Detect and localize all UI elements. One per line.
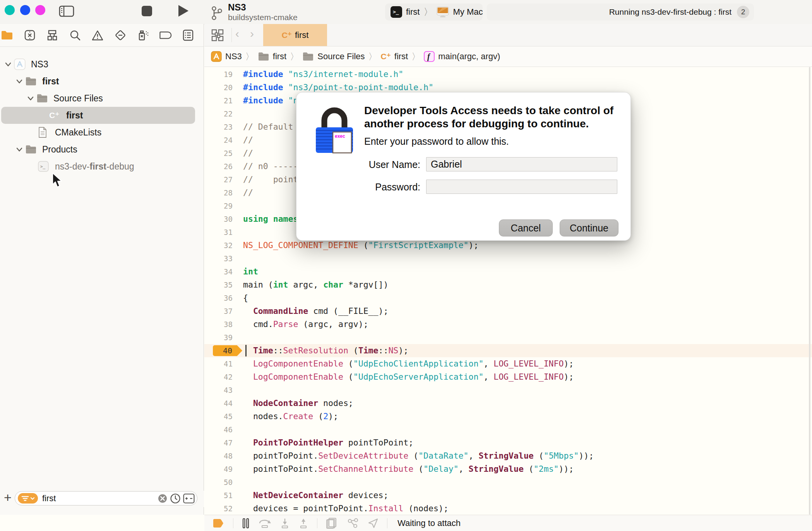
breakpoint-badge[interactable]: 40	[213, 345, 242, 356]
related-items-icon[interactable]	[211, 29, 224, 42]
line-number[interactable]: 47	[204, 436, 233, 449]
code-line-52[interactable]: 52 devices = pointToPoint.Install (nodes…	[204, 502, 812, 515]
code-line-39[interactable]: 39	[204, 331, 812, 344]
sidebar-item-ns3-dev-first-debug[interactable]: >_ns3-dev-first-debug	[0, 158, 204, 175]
breadcrumb-item[interactable]: Source Files	[317, 51, 365, 62]
line-number[interactable]: 19	[204, 68, 233, 81]
code-line-37[interactable]: 37 CommandLine cmd (__FILE__);	[204, 305, 812, 318]
line-number[interactable]: 28	[204, 186, 233, 199]
line-number[interactable]: 21	[204, 94, 233, 107]
code-line-38[interactable]: 38 cmd.Parse (argc, argv);	[204, 318, 812, 331]
code-line-51[interactable]: 51 NetDeviceContainer devices;	[204, 489, 812, 502]
forward-chevron-icon[interactable]: ›	[250, 27, 254, 40]
breakpoint-tag-icon[interactable]	[159, 29, 172, 41]
chevron-down-icon[interactable]	[15, 141, 24, 158]
hierarchy-icon[interactable]	[46, 29, 58, 41]
step-out-icon[interactable]	[298, 518, 308, 529]
line-number[interactable]: 23	[204, 120, 233, 134]
line-number[interactable]: 32	[204, 239, 233, 252]
debug-gauge-icon[interactable]	[137, 29, 149, 41]
step-into-icon[interactable]	[280, 518, 290, 529]
line-number[interactable]: 30	[204, 212, 233, 226]
line-number[interactable]: 29	[204, 199, 233, 212]
test-icon[interactable]	[114, 29, 127, 41]
step-over-icon[interactable]	[258, 518, 271, 529]
line-number[interactable]: 31	[204, 226, 233, 239]
line-number[interactable]: 46	[204, 423, 233, 436]
recent-files-clock-icon[interactable]	[170, 493, 181, 504]
line-number[interactable]: 52	[204, 502, 233, 515]
breadcrumb-item[interactable]: first	[394, 51, 408, 62]
line-number[interactable]: 22	[204, 107, 233, 120]
code-line-41[interactable]: 41 LogComponentEnable ("UdpEchoClientApp…	[204, 357, 812, 370]
sidebar-toggle-icon[interactable]	[59, 5, 74, 17]
line-number[interactable]: 39	[204, 331, 233, 344]
chevron-down-icon[interactable]	[15, 73, 24, 90]
window-zoom-button[interactable]	[35, 5, 45, 15]
add-button[interactable]: +	[4, 490, 12, 505]
code-line-40[interactable]: 40 Time::SetResolution (Time::NS);	[204, 344, 812, 357]
filter-input-value[interactable]: first	[42, 493, 158, 504]
code-line-32[interactable]: 32NS_LOG_COMPONENT_DEFINE ("FirstScriptE…	[204, 239, 812, 252]
code-line-46[interactable]: 46	[204, 423, 812, 436]
code-line-45[interactable]: 45 nodes.Create (2);	[204, 410, 812, 423]
tab-first[interactable]: C⁺ first	[263, 24, 327, 46]
line-number[interactable]: 26	[204, 160, 233, 173]
cancel-button[interactable]: Cancel	[499, 219, 553, 236]
editor-scrollbar[interactable]	[809, 67, 810, 515]
window-minimize-button[interactable]	[20, 5, 30, 15]
search-icon[interactable]	[69, 29, 81, 41]
line-number[interactable]: 45	[204, 410, 233, 423]
line-number[interactable]: 36	[204, 291, 233, 305]
back-chevron-icon[interactable]: ‹	[235, 27, 239, 40]
source-control-status-icon[interactable]	[183, 493, 195, 504]
chevron-down-icon[interactable]	[4, 56, 12, 73]
password-field[interactable]	[426, 180, 617, 194]
breakpoints-toggle-icon[interactable]	[213, 518, 224, 528]
scheme-selector[interactable]: >_ first 〉 My Mac	[385, 3, 483, 21]
view-hierarchy-icon[interactable]	[326, 517, 338, 529]
continue-button[interactable]: Continue	[560, 219, 618, 236]
sidebar-item-cmakelists[interactable]: CMakeLists	[0, 124, 204, 141]
code-line-47[interactable]: 47 PointToPointHelper pointToPoint;	[204, 436, 812, 449]
code-line-42[interactable]: 42 LogComponentEnable ("UdpEchoServerApp…	[204, 370, 812, 384]
line-number[interactable]: 34	[204, 265, 233, 278]
line-number[interactable]: 44	[204, 397, 233, 410]
breadcrumb-item[interactable]: NS3	[225, 51, 242, 62]
line-number[interactable]: 43	[204, 384, 233, 397]
line-number[interactable]: 38	[204, 318, 233, 331]
code-line-19[interactable]: 19#include "ns3/internet-module.h"	[204, 68, 812, 81]
sidebar-item-ns3[interactable]: NS3	[0, 56, 204, 73]
window-close-button[interactable]	[5, 5, 15, 15]
line-number[interactable]: 33	[204, 252, 233, 265]
simulate-location-icon[interactable]	[368, 518, 379, 529]
line-number[interactable]: 51	[204, 489, 233, 502]
report-icon[interactable]	[182, 29, 194, 41]
project-navigator-folder-icon[interactable]	[1, 29, 13, 41]
clear-filter-icon[interactable]	[158, 493, 168, 504]
line-number[interactable]: 42	[204, 370, 233, 384]
sidebar-item-first[interactable]: first	[0, 73, 204, 90]
line-number[interactable]: 48	[204, 449, 233, 462]
line-number[interactable]: 37	[204, 305, 233, 318]
scheme-destination[interactable]: My Mac	[453, 7, 483, 17]
code-line-43[interactable]: 43	[204, 384, 812, 397]
line-number[interactable]: 27	[204, 173, 233, 186]
run-button[interactable]	[178, 5, 188, 17]
line-number[interactable]: 50	[204, 476, 233, 489]
code-line-48[interactable]: 48 pointToPoint.SetDeviceAttribute ("Dat…	[204, 449, 812, 462]
line-number[interactable]: 20	[204, 81, 233, 94]
sidebar-item-first[interactable]: C⁺first	[0, 107, 204, 124]
line-number[interactable]: 49	[204, 462, 233, 476]
line-number[interactable]: 35	[204, 278, 233, 291]
crash-icon[interactable]	[24, 29, 36, 41]
chevron-down-icon[interactable]	[26, 90, 35, 107]
issue-count-badge[interactable]: 2	[737, 6, 749, 18]
username-field[interactable]: Gabriel	[426, 157, 617, 171]
breadcrumb-item[interactable]: main(argc, argv)	[438, 51, 500, 62]
code-line-33[interactable]: 33	[204, 252, 812, 265]
stop-button[interactable]	[142, 6, 152, 16]
memory-graph-icon[interactable]	[347, 518, 359, 529]
filter-icon[interactable]	[18, 493, 38, 504]
code-line-34[interactable]: 34int	[204, 265, 812, 278]
